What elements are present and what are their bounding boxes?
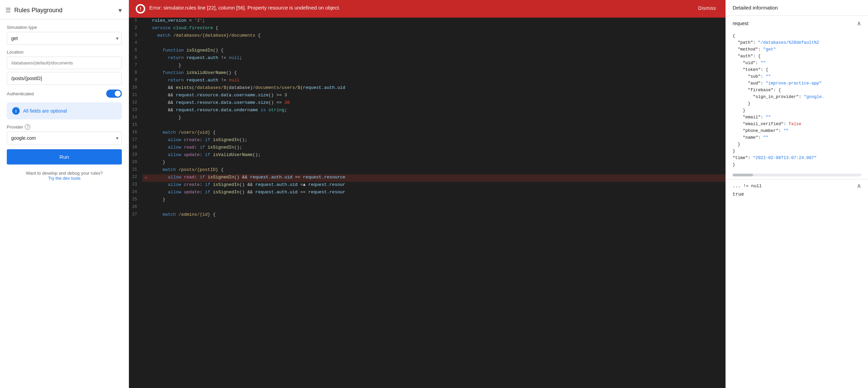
line-number: 21 bbox=[129, 167, 143, 174]
line-number: 11 bbox=[129, 92, 143, 100]
table-row: 24 allow update: if isSignedIn() && requ… bbox=[129, 189, 725, 197]
line-number: 19 bbox=[129, 152, 143, 159]
line-number: 4 bbox=[129, 40, 143, 47]
table-row: 25 } bbox=[129, 197, 725, 204]
table-row: 21 match /posts/{postID} { bbox=[129, 167, 725, 174]
table-row: 5 function isSignedIn() { bbox=[129, 47, 725, 55]
table-row: 22✕ allow read: if isSignedIn() && reque… bbox=[129, 174, 725, 182]
location-placeholder-input[interactable] bbox=[7, 57, 122, 69]
line-error-marker bbox=[143, 85, 149, 92]
main-panel: ! Error: simulator.rules line [22], colu… bbox=[129, 0, 725, 388]
sidebar: ☰ Rules Playground ▾ Simulation type get… bbox=[0, 0, 129, 388]
line-error-marker bbox=[143, 152, 149, 159]
line-code: && request.resource.data.undername is st… bbox=[149, 107, 725, 115]
location-value-input[interactable] bbox=[7, 72, 122, 85]
line-code: return request.auth != null; bbox=[149, 55, 725, 62]
table-row: 7 } bbox=[129, 62, 725, 70]
simulation-type-select-wrapper: get set create update delete list ▾ bbox=[7, 32, 122, 45]
line-number: 23 bbox=[129, 182, 143, 189]
line-error-marker bbox=[143, 77, 149, 85]
right-panel: Detailed information request ∧ { "path":… bbox=[725, 0, 868, 388]
provider-help-icon[interactable]: ? bbox=[25, 124, 30, 130]
line-code: allow update: if isSignedIn() && request… bbox=[149, 189, 725, 197]
line-number: 6 bbox=[129, 55, 143, 62]
line-number: 16 bbox=[129, 130, 143, 137]
line-error-marker bbox=[143, 107, 149, 115]
provider-label: Provider ? bbox=[7, 124, 122, 130]
line-number: 2 bbox=[129, 25, 143, 33]
line-number: 15 bbox=[129, 122, 143, 130]
line-number: 1 bbox=[129, 18, 143, 25]
line-number: 25 bbox=[129, 197, 143, 204]
line-number: 20 bbox=[129, 159, 143, 167]
line-code: allow create: if isSignedIn(); bbox=[149, 137, 725, 144]
scroll-indicator bbox=[733, 174, 861, 176]
line-code: function isSignedIn() { bbox=[149, 47, 725, 55]
json-content: { "path": "/databases/%28default%2 "meth… bbox=[726, 31, 868, 174]
table-row: 20 } bbox=[129, 159, 725, 167]
info-icon: i bbox=[12, 107, 20, 115]
authenticated-toggle[interactable] bbox=[106, 90, 122, 98]
line-error-marker bbox=[143, 130, 149, 137]
provider-select[interactable]: google.com github.com twitter.com facebo… bbox=[7, 132, 122, 144]
line-code: match /databases/{database}/documents { bbox=[149, 33, 725, 40]
line-error-marker bbox=[143, 47, 149, 55]
line-error-marker bbox=[143, 40, 149, 47]
request-section: request ∧ { "path": "/databases/%28defau… bbox=[726, 16, 868, 179]
line-number: 13 bbox=[129, 107, 143, 115]
simulation-type-label: Simulation type bbox=[7, 25, 122, 30]
table-row: 3 match /databases/{database}/documents … bbox=[129, 33, 725, 40]
line-code: allow update: if isValidUserName(); bbox=[149, 152, 725, 159]
line-code: match /admins/{id} { bbox=[149, 212, 725, 219]
request-title: request bbox=[733, 21, 749, 26]
table-row: 23 allow create: if isSignedIn() && requ… bbox=[129, 182, 725, 189]
result-header[interactable]: ... != null ∧ bbox=[733, 182, 861, 190]
run-button[interactable]: Run bbox=[7, 149, 122, 164]
request-chevron-icon: ∧ bbox=[857, 20, 861, 27]
line-code: allow read: if isSignedIn(); bbox=[149, 144, 725, 152]
table-row: 10 && exists(/databases/$(database)/docu… bbox=[129, 85, 725, 92]
table-row: 15 bbox=[129, 122, 725, 130]
line-error-marker bbox=[143, 92, 149, 100]
simulation-type-select[interactable]: get set create update delete list bbox=[7, 32, 122, 45]
table-row: 8 function isValidUserName() { bbox=[129, 70, 725, 77]
dismiss-button[interactable]: Dismiss bbox=[696, 4, 719, 12]
table-row: 4 bbox=[129, 40, 725, 47]
table-row: 11 && request.resource.data.username.siz… bbox=[129, 92, 725, 100]
line-number: 7 bbox=[129, 62, 143, 70]
error-svg: ! bbox=[137, 5, 144, 13]
table-row: 27 match /admins/{id} { bbox=[129, 212, 725, 219]
rules-playground-icon: ☰ bbox=[5, 6, 11, 14]
line-error-marker bbox=[143, 197, 149, 204]
provider-select-wrapper: google.com github.com twitter.com facebo… bbox=[7, 132, 122, 144]
request-header[interactable]: request ∧ bbox=[726, 16, 868, 31]
simulation-type-field: Simulation type get set create update de… bbox=[7, 25, 122, 45]
error-banner-left: ! Error: simulator.rules line [22], colu… bbox=[136, 4, 340, 14]
info-banner-text: All fields are optional bbox=[23, 108, 67, 114]
line-number: 24 bbox=[129, 189, 143, 197]
table-row: 12 && request.resource.data.username.siz… bbox=[129, 100, 725, 107]
authenticated-row: Authenticated bbox=[7, 90, 122, 98]
sidebar-chevron-icon[interactable]: ▾ bbox=[118, 6, 122, 14]
line-code: } bbox=[149, 115, 725, 122]
code-table: 1rules_version = '2';2service cloud.fire… bbox=[129, 18, 725, 219]
line-error-marker bbox=[143, 159, 149, 167]
line-code: } bbox=[149, 197, 725, 204]
provider-field: Provider ? google.com github.com twitter… bbox=[7, 124, 122, 144]
sidebar-header: ☰ Rules Playground ▾ bbox=[0, 0, 129, 19]
table-row: 13 && request.resource.data.undername is… bbox=[129, 107, 725, 115]
line-number: 18 bbox=[129, 144, 143, 152]
code-editor[interactable]: 1rules_version = '2';2service cloud.fire… bbox=[129, 18, 725, 388]
line-number: 5 bbox=[129, 47, 143, 55]
line-error-marker: ✕ bbox=[143, 174, 149, 182]
line-error-marker bbox=[143, 167, 149, 174]
table-row: 14 } bbox=[129, 115, 725, 122]
line-number: 14 bbox=[129, 115, 143, 122]
right-panel-header: Detailed information bbox=[726, 0, 868, 16]
error-x-icon: ✕ bbox=[145, 175, 147, 180]
line-error-marker bbox=[143, 100, 149, 107]
result-value: true bbox=[733, 190, 861, 199]
dev-tools-link[interactable]: Try the dev tools bbox=[7, 176, 122, 181]
line-error-marker bbox=[143, 55, 149, 62]
table-row: 26 bbox=[129, 204, 725, 212]
